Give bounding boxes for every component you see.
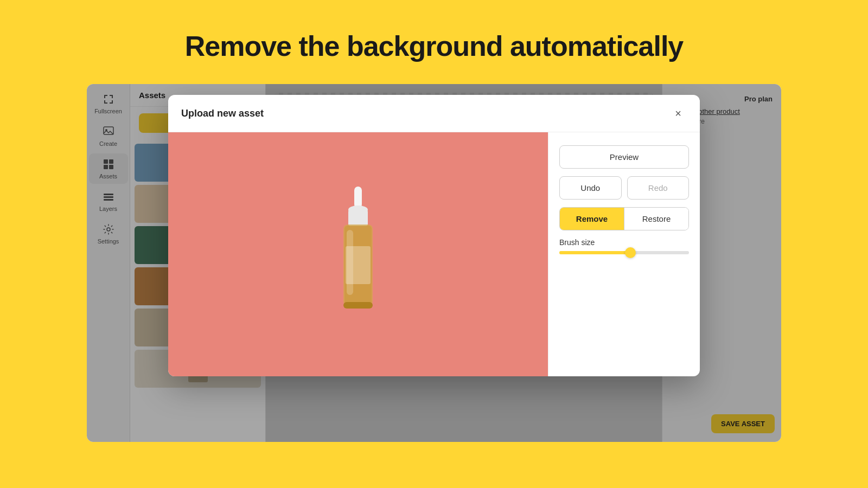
page-headline: Remove the background automatically <box>185 30 684 62</box>
preview-button[interactable]: Preview <box>559 145 689 169</box>
modal-title: Upload new asset <box>181 108 264 119</box>
modal-close-button[interactable]: × <box>669 105 687 122</box>
modal-overlay: Upload new asset × <box>87 84 781 442</box>
product-image <box>323 184 393 325</box>
undo-redo-row: Undo Redo <box>559 176 689 200</box>
svg-rect-20 <box>348 210 368 226</box>
redo-button[interactable]: Redo <box>627 176 690 200</box>
brush-slider-track <box>559 251 689 254</box>
controls-panel: Preview Undo Redo Remove Restore Bru <box>548 132 700 376</box>
svg-rect-18 <box>354 187 362 208</box>
brush-slider-fill <box>559 251 630 254</box>
remove-button[interactable]: Remove <box>560 208 624 230</box>
modal: Upload new asset × <box>168 95 700 376</box>
svg-rect-24 <box>343 302 373 309</box>
modal-body: Preview Undo Redo Remove Restore Bru <box>168 132 700 376</box>
app-window: Fullscreen Create Assets <box>87 84 781 442</box>
image-area <box>168 132 548 376</box>
brush-slider-thumb[interactable] <box>625 247 636 258</box>
svg-rect-25 <box>346 246 371 284</box>
brush-size-label: Brush size <box>559 238 689 247</box>
remove-restore-row: Remove Restore <box>559 207 689 230</box>
modal-header: Upload new asset × <box>168 95 700 132</box>
restore-button[interactable]: Restore <box>624 208 688 230</box>
brush-size-section: Brush size <box>559 238 689 254</box>
undo-button[interactable]: Undo <box>559 176 622 200</box>
